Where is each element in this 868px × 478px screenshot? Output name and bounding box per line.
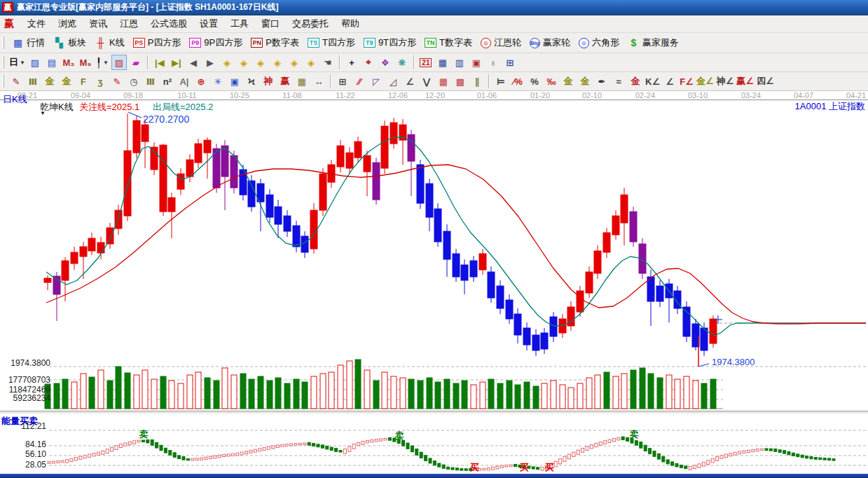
permille-icon[interactable]: ‰: [544, 74, 559, 89]
n-squared-icon[interactable]: n²: [160, 74, 175, 89]
grid-lines-icon[interactable]: Ⅲ: [25, 74, 41, 89]
angle-lines-icon[interactable]: ∠: [402, 74, 418, 89]
crosshair-icon[interactable]: +: [344, 55, 359, 70]
first-bar-icon[interactable]: |◀: [152, 55, 167, 70]
gold-lines-icon[interactable]: 金: [577, 74, 593, 89]
sectors-button[interactable]: ▚板块: [49, 35, 90, 50]
f-lines-icon[interactable]: F: [76, 74, 91, 89]
menu-item-6[interactable]: 工具: [224, 15, 255, 32]
fan-box-icon[interactable]: ◸: [368, 74, 384, 89]
9p-square-button[interactable]: P99P四方形: [185, 35, 247, 50]
pattern-red-icon[interactable]: ▨: [111, 55, 127, 70]
coil-icon[interactable]: ʒ: [92, 74, 108, 89]
pane-separator[interactable]: [0, 411, 868, 414]
hand-icon[interactable]: ☚: [320, 55, 336, 70]
scale-ruler-icon[interactable]: ⊨: [493, 74, 509, 89]
k-angle-icon[interactable]: K∠: [645, 74, 661, 89]
fan-dark-icon[interactable]: ◿: [385, 74, 401, 89]
red-pencil-icon[interactable]: ✎: [109, 74, 125, 89]
ying-tool-icon[interactable]: 赢: [277, 74, 293, 89]
menu-item-7[interactable]: 窗口: [255, 15, 286, 32]
menu-item-0[interactable]: 文件: [21, 15, 52, 32]
box-plus-icon[interactable]: ⊞: [335, 74, 350, 89]
period-day-dropdown[interactable]: 日▼: [8, 55, 26, 70]
volume-bar: [408, 379, 414, 409]
9t-square-button[interactable]: T99T四方形: [359, 35, 420, 50]
square-target-icon[interactable]: ▣: [227, 74, 242, 89]
quotes-button[interactable]: ▦行情: [8, 35, 49, 50]
measure-icon[interactable]: ⌖: [361, 55, 376, 70]
k-mark-icon[interactable]: Ϟ: [244, 74, 259, 89]
menu-item-1[interactable]: 浏览: [52, 15, 83, 32]
f-angle-icon[interactable]: F∠: [679, 74, 694, 89]
workstation-icon[interactable]: ⊞: [502, 55, 518, 70]
v-lines-icon[interactable]: ⋁: [419, 74, 434, 89]
next-bar-icon[interactable]: ▶: [202, 55, 218, 70]
gold-circle-icon[interactable]: 金: [560, 74, 576, 89]
hexagon-button[interactable]: ◎六角形: [574, 35, 624, 50]
shen-angle-icon[interactable]: 神∠: [716, 74, 735, 89]
t-square-button[interactable]: TST四方形: [303, 35, 359, 50]
time-cycle-icon[interactable]: ◷: [126, 74, 142, 89]
grid-lines2-icon[interactable]: Ⅲ: [143, 74, 158, 89]
last-bar-icon[interactable]: ▶|: [169, 55, 184, 70]
calculator-icon[interactable]: ▦: [435, 55, 450, 70]
ink-pen-icon[interactable]: ✒: [594, 74, 609, 89]
candle-body: [373, 163, 380, 200]
gold-red-icon[interactable]: 金: [628, 74, 643, 89]
p-table-button[interactable]: PNP数字表: [247, 35, 303, 50]
shen-tool-icon[interactable]: 神: [261, 74, 276, 89]
chart-3-icon[interactable]: M₃: [61, 55, 76, 70]
winner-wheel-button[interactable]: Big赢家轮: [525, 35, 574, 50]
winner-service-button[interactable]: $赢家服务: [624, 35, 683, 50]
parallel-lines-icon[interactable]: ∥: [469, 74, 485, 89]
prev-bar-icon[interactable]: ◀: [186, 55, 201, 70]
menu-item-4[interactable]: 公式选股: [144, 15, 193, 32]
p-square-button[interactable]: PSP四方形: [129, 35, 186, 50]
network-icon[interactable]: ♁: [485, 55, 501, 70]
t-table-button[interactable]: TNT数字表: [420, 35, 476, 50]
draw-pencil-icon[interactable]: ✎: [8, 74, 24, 89]
menu-item-8[interactable]: 交易委托: [286, 15, 335, 32]
si-angle-icon[interactable]: 四∠: [756, 74, 775, 89]
gold-channel-icon[interactable]: 金: [42, 74, 57, 89]
circle-cross-icon[interactable]: ⊕: [193, 74, 209, 89]
red-grid2-icon[interactable]: ▩: [453, 74, 468, 89]
notes-icon[interactable]: ▥: [452, 55, 467, 70]
info-doc-icon[interactable]: ▤: [44, 55, 60, 70]
save-icon[interactable]: ▣: [469, 55, 484, 70]
gann-fan-icon[interactable]: ∕∕: [352, 74, 367, 89]
percent-slash-icon[interactable]: ⁄%: [510, 74, 525, 89]
gold-channel2-icon[interactable]: 金: [59, 74, 74, 89]
diamond-right-icon[interactable]: ◈: [236, 55, 252, 70]
red-grid-icon[interactable]: ▦: [436, 74, 451, 89]
diamond-up-icon[interactable]: ◈: [287, 55, 302, 70]
menu-item-2[interactable]: 资讯: [83, 15, 113, 32]
menu-item-9[interactable]: 帮助: [335, 15, 366, 32]
diamond-shrink-icon[interactable]: ◈: [270, 55, 285, 70]
menu-item-5[interactable]: 设置: [193, 15, 224, 32]
diamond-down-icon[interactable]: ◈: [303, 55, 319, 70]
menu-item-3[interactable]: 江恩: [113, 15, 144, 32]
mark-teal-icon[interactable]: ❋: [394, 55, 410, 70]
wave-fit-icon[interactable]: ≈: [611, 74, 626, 89]
width-arrows-icon[interactable]: ↔: [311, 74, 326, 89]
grid-123-icon[interactable]: ▦: [294, 74, 310, 89]
calendar-21-icon[interactable]: 21: [418, 55, 434, 70]
pattern-window-icon[interactable]: ▨: [27, 55, 43, 70]
ying-angle-icon[interactable]: 赢∠: [736, 74, 755, 89]
diamond-left-icon[interactable]: ◈: [219, 55, 235, 70]
mark-purple-icon[interactable]: ❖: [378, 55, 393, 70]
chart-canvas[interactable]: [0, 91, 868, 474]
star-circle-icon[interactable]: ✳: [210, 74, 226, 89]
gold-angle-icon[interactable]: 金∠: [696, 74, 715, 89]
angle-icon[interactable]: ∠: [662, 74, 677, 89]
color-histogram-icon[interactable]: ▰: [128, 55, 144, 70]
gann-wheel-button[interactable]: ◎江恩轮: [476, 35, 525, 50]
chart-9-icon[interactable]: M₉: [78, 55, 93, 70]
percent-icon[interactable]: %: [527, 74, 542, 89]
diamond-expand-icon[interactable]: ◈: [253, 55, 268, 70]
kline-button[interactable]: ╫K线: [90, 35, 129, 50]
candle-style-dropdown[interactable]: ╿▼: [95, 55, 110, 70]
mirror-a-icon[interactable]: A|: [177, 74, 192, 89]
